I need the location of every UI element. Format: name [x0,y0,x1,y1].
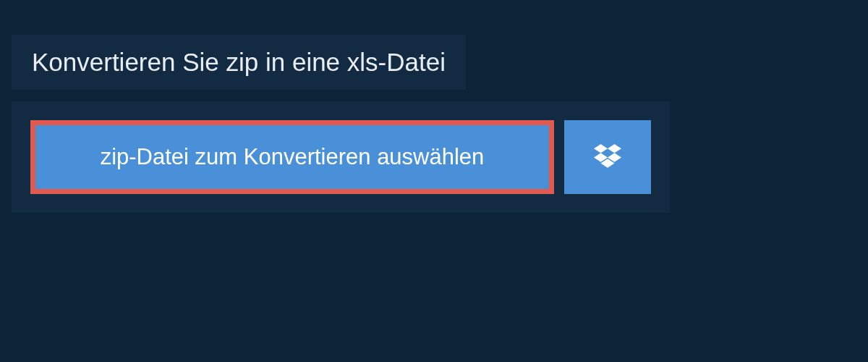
dropbox-button[interactable] [564,120,651,194]
page-title: Konvertieren Sie zip in eine xls-Datei [32,48,446,77]
upload-section: zip-Datei zum Konvertieren auswählen [12,101,670,213]
dropbox-icon [594,144,621,170]
select-file-button-label: zip-Datei zum Konvertieren auswählen [101,144,485,170]
header-bar: Konvertieren Sie zip in eine xls-Datei [12,35,466,90]
select-file-button[interactable]: zip-Datei zum Konvertieren auswählen [30,120,554,194]
